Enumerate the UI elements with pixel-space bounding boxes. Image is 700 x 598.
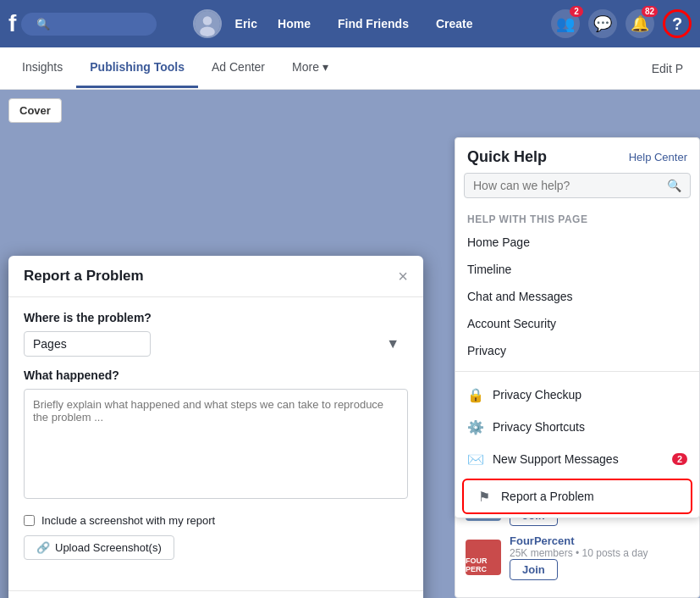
modal-close-button[interactable]: × [398, 268, 408, 285]
main-content-area: Cover e a post... Report a Problem × Whe… [0, 90, 700, 598]
cover-button[interactable]: Cover [8, 98, 62, 123]
list-item: FOUR PERC FourPercent 25K members • 10 p… [466, 534, 689, 580]
messenger-icon-btn[interactable]: 💬 [588, 9, 617, 38]
avatar[interactable] [193, 9, 222, 38]
facebook-logo: f [8, 10, 16, 37]
privacy-checkup-label: Privacy Checkup [493, 388, 581, 401]
group-avatar-2: FOUR PERC [466, 540, 501, 575]
privacy-checkup-link[interactable]: 🔒 Privacy Checkup [455, 379, 699, 411]
quick-help-panel: Quick Help Help Center 🔍 HELP WITH THIS … [455, 137, 700, 518]
report-problem-modal: Report a Problem × Where is the problem?… [8, 256, 423, 598]
modal-footer: Cancel Send [8, 590, 423, 598]
page-sub-navigation: Insights Publishing Tools Ad Center More… [0, 47, 700, 90]
help-icon-btn[interactable]: ? [663, 9, 692, 38]
help-section-label: HELP WITH THIS PAGE [455, 207, 699, 229]
nav-find-friends[interactable]: Find Friends [331, 14, 416, 34]
paperclip-icon: 🔗 [36, 541, 50, 554]
search-icon: 🔍 [36, 18, 50, 30]
screenshot-checkbox[interactable] [24, 515, 35, 526]
subnav-more[interactable]: More ▾ [278, 48, 342, 88]
top-navigation: f 🔍 Eric Home Find Friends Create 👥 2 💬 … [0, 0, 700, 47]
nav-center: Eric Home Find Friends Create [193, 9, 480, 38]
nav-right: 👥 2 💬 🔔 82 ? [551, 9, 692, 38]
search-box[interactable]: 🔍 [21, 13, 157, 36]
privacy-shortcuts-label: Privacy Shortcuts [493, 420, 585, 434]
modal-body: Where is the problem? Pages News Feed Ti… [8, 297, 423, 590]
support-messages-link[interactable]: ✉️ New Support Messages 2 [455, 443, 699, 475]
quick-help-search-input[interactable] [473, 179, 667, 192]
help-link-timeline[interactable]: Timeline [455, 256, 699, 283]
friends-icon-btn[interactable]: 👥 2 [551, 9, 580, 38]
username[interactable]: Eric [235, 17, 257, 30]
screenshot-checkbox-row: Include a screenshot with my report [24, 514, 408, 527]
quick-help-title: Quick Help [467, 148, 547, 166]
help-link-privacy[interactable]: Privacy [455, 337, 699, 364]
report-problem-link[interactable]: ⚑ Report a Problem [462, 479, 692, 514]
svg-point-1 [202, 16, 212, 25]
what-happened-textarea[interactable] [24, 389, 408, 499]
help-link-security[interactable]: Account Security [455, 310, 699, 337]
screenshot-label[interactable]: Include a screenshot with my report [41, 514, 215, 527]
subnav-insights[interactable]: Insights [8, 48, 76, 88]
what-label: What happened? [24, 368, 408, 382]
where-select[interactable]: Pages News Feed Timeline Messages Groups [24, 331, 151, 357]
subnav-publishing-tools[interactable]: Publishing Tools [76, 48, 198, 88]
modal-header: Report a Problem × [8, 256, 423, 297]
subnav-edit[interactable]: Edit P [643, 50, 692, 87]
quick-help-search[interactable]: 🔍 [464, 173, 691, 198]
divider-1 [455, 371, 699, 372]
report-problem-label: Report a Problem [501, 490, 594, 503]
join-button-2[interactable]: Join [510, 559, 558, 580]
privacy-shortcuts-link[interactable]: ⚙️ Privacy Shortcuts [455, 411, 699, 443]
quick-help-header: Quick Help Help Center [455, 138, 699, 173]
upload-label: Upload Screenshot(s) [55, 541, 162, 554]
help-center-link[interactable]: Help Center [629, 151, 687, 163]
group-name-2[interactable]: FourPercent [510, 534, 689, 547]
mail-icon: ✉️ [467, 451, 484, 468]
upload-screenshot-button[interactable]: 🔗 Upload Screenshot(s) [24, 535, 174, 560]
group-info-2: FourPercent 25K members • 10 posts a day… [510, 534, 689, 580]
subnav-ad-center[interactable]: Ad Center [198, 48, 278, 88]
notifications-icon-btn[interactable]: 🔔 82 [626, 9, 654, 38]
support-messages-label: New Support Messages [493, 452, 619, 466]
group-meta-2: 25K members • 10 posts a day [510, 547, 689, 559]
nav-home[interactable]: Home [271, 14, 317, 34]
lock-icon: 🔒 [467, 386, 484, 403]
gear-icon: ⚙️ [467, 418, 484, 435]
modal-overlay: Report a Problem × Where is the problem?… [0, 137, 457, 598]
flag-icon: ⚑ [476, 488, 493, 505]
friends-badge: 2 [570, 6, 583, 17]
where-label: Where is the problem? [24, 311, 408, 324]
help-link-home[interactable]: Home Page [455, 229, 699, 256]
select-arrow-icon: ▼ [386, 336, 400, 352]
notif-badge: 82 [642, 6, 658, 17]
where-select-wrap: Pages News Feed Timeline Messages Groups… [24, 331, 408, 357]
support-messages-badge: 2 [672, 453, 687, 465]
nav-create[interactable]: Create [429, 14, 480, 34]
search-icon: 🔍 [667, 179, 681, 192]
modal-title: Report a Problem [24, 268, 144, 285]
help-link-chat[interactable]: Chat and Messages [455, 283, 699, 310]
